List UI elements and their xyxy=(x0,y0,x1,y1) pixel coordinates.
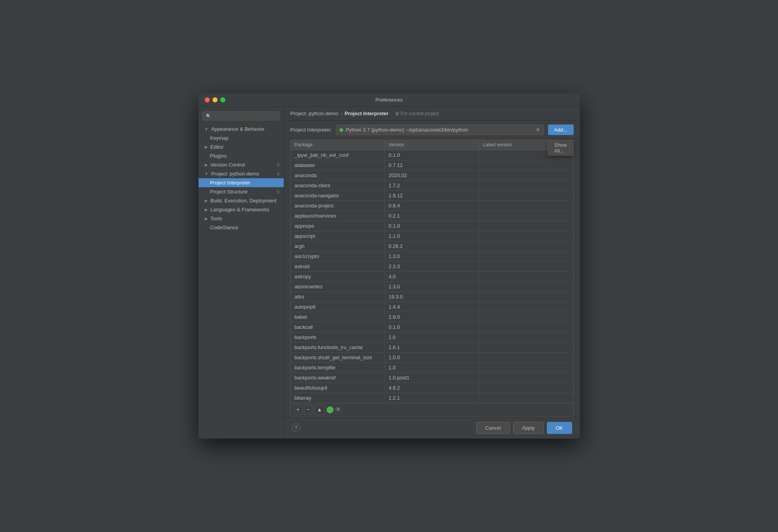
ok-button[interactable]: OK xyxy=(547,422,572,434)
table-row[interactable]: asn1crypto1.3.0 xyxy=(291,251,573,262)
package-version-cell: 0.8.4 xyxy=(385,201,479,211)
apply-button[interactable]: Apply xyxy=(513,422,544,434)
package-name-cell: astroid xyxy=(291,262,385,271)
package-version-cell: 1.6.1 xyxy=(385,342,479,352)
sidebar-item-label: Languages & Frameworks xyxy=(211,207,270,212)
right-panel: Project: python-demo › Project Interpret… xyxy=(284,107,580,439)
table-row[interactable]: beautifulsoup44.8.2 xyxy=(291,383,573,393)
package-name-cell: backports.shutil_get_terminal_size xyxy=(291,353,385,362)
remove-package-button[interactable]: − xyxy=(304,405,313,415)
package-version-cell: 4.0 xyxy=(385,272,479,281)
package-name-cell: backports.functools_lru_cache xyxy=(291,342,385,352)
package-name-cell: atomicwrites xyxy=(291,282,385,291)
sidebar-item-languages[interactable]: ▶ Languages & Frameworks xyxy=(198,205,284,214)
package-name-cell: attrs xyxy=(291,292,385,302)
preferences-dialog: Preferences 🔍 ▼ Appearance & Behavior Ke… xyxy=(198,93,580,439)
close-button[interactable] xyxy=(205,97,210,102)
sidebar-item-keymap[interactable]: Keymap xyxy=(198,133,284,142)
table-row[interactable]: babel2.8.0 xyxy=(291,312,573,322)
interpreter-dropdown[interactable]: Python 3.7 (python-demo) ~/opt/anaconda3… xyxy=(336,125,544,135)
search-box[interactable]: 🔍 xyxy=(202,111,280,121)
table-row[interactable]: anaconda-navigator1.9.12 xyxy=(291,191,573,201)
package-version-cell: 2.3.3 xyxy=(385,262,479,271)
package-version-cell: 1.4.4 xyxy=(385,302,479,312)
sidebar-item-project[interactable]: ▼ Project: python-demo ⎘ xyxy=(198,169,284,178)
package-latest-cell xyxy=(479,272,573,281)
table-row[interactable]: backports.functools_lru_cache1.6.1 xyxy=(291,342,573,353)
table-row[interactable]: backports1.0 xyxy=(291,332,573,342)
table-row[interactable]: attrs19.3.0 xyxy=(291,292,573,302)
table-row[interactable]: backports.weakref1.0.post1 xyxy=(291,373,573,383)
package-version-cell: 0.1.0 xyxy=(385,322,479,332)
package-name-cell: applaunchservices xyxy=(291,211,385,221)
table-row[interactable]: appscript1.1.0 xyxy=(291,231,573,241)
cancel-button[interactable]: Cancel xyxy=(476,422,510,434)
package-name-cell: argh xyxy=(291,241,385,251)
package-version-cell: 2020.02 xyxy=(385,170,479,180)
package-latest-cell xyxy=(479,353,573,362)
table-row[interactable]: anaconda2020.02 xyxy=(291,170,573,181)
package-name-cell: appscript xyxy=(291,231,385,241)
sidebar-item-label: Project Interpreter xyxy=(210,180,251,186)
eye-button[interactable]: 👁 xyxy=(335,406,341,413)
sidebar-item-build[interactable]: ▶ Build, Execution, Deployment xyxy=(198,196,284,205)
package-latest-cell xyxy=(479,342,573,352)
table-row[interactable]: applaunchservices0.2.1 xyxy=(291,211,573,221)
search-input[interactable] xyxy=(213,113,276,119)
expand-arrow-icon: ▶ xyxy=(205,216,208,221)
table-row[interactable]: anaconda-client1.7.2 xyxy=(291,181,573,191)
sidebar-item-label: Project Structure xyxy=(210,189,248,195)
sidebar-item-plugins[interactable]: Plugins xyxy=(198,151,284,160)
footer-left: ? xyxy=(292,423,300,432)
package-latest-cell xyxy=(479,211,573,221)
table-row[interactable]: appnope0.1.0 xyxy=(291,221,573,231)
search-icon: 🔍 xyxy=(206,114,211,119)
table-row[interactable]: backports.tempfile1.0 xyxy=(291,363,573,373)
sidebar-item-label: CodeGlance xyxy=(210,225,238,230)
package-name-cell: backports xyxy=(291,332,385,342)
table-row[interactable]: atomicwrites1.3.0 xyxy=(291,282,573,292)
table-row[interactable]: bitarray1.2.1 xyxy=(291,393,573,403)
sidebar-item-codeglance[interactable]: CodeGlance xyxy=(198,223,284,232)
add-package-button[interactable]: + xyxy=(294,405,302,415)
help-button[interactable]: ? xyxy=(292,423,300,432)
up-package-button[interactable]: ▲ xyxy=(314,405,325,415)
sidebar-item-label: Appearance & Behavior xyxy=(211,126,264,132)
add-button[interactable]: Add... xyxy=(548,125,574,135)
expand-arrow-icon: ▶ xyxy=(205,207,208,212)
table-row[interactable]: autopep81.4.4 xyxy=(291,302,573,312)
sidebar-item-label: Editor xyxy=(211,144,224,150)
show-all-button[interactable]: Show All... xyxy=(548,140,574,156)
sidebar-item-project-interpreter[interactable]: Project Interpreter ⎘ xyxy=(198,178,284,187)
sidebar-item-editor[interactable]: ▶ Editor xyxy=(198,142,284,151)
table-row[interactable]: argh0.26.2 xyxy=(291,241,573,251)
package-name-cell: astropy xyxy=(291,272,385,281)
table-row[interactable]: _ipyw_jlab_nb_ext_conf0.1.0 xyxy=(291,150,573,160)
dialog-footer: ? Cancel Apply OK xyxy=(284,417,580,439)
package-latest-cell xyxy=(479,302,573,312)
refresh-button[interactable] xyxy=(327,406,334,413)
breadcrumb-note-text: For current project xyxy=(400,111,439,116)
table-row[interactable]: alabaster0.7.12 xyxy=(291,160,573,170)
table-row[interactable]: backcall0.1.0 xyxy=(291,322,573,332)
breadcrumb: Project: python-demo › Project Interpret… xyxy=(284,107,580,121)
table-row[interactable]: astroid2.3.3 xyxy=(291,262,573,272)
package-version-cell: 2.8.0 xyxy=(385,312,479,322)
package-version-cell: 1.7.2 xyxy=(385,181,479,190)
packages-table: Package Version Latest version _ipyw_jla… xyxy=(290,139,574,417)
package-version-cell: 1.0 xyxy=(385,332,479,342)
sidebar-item-project-structure[interactable]: Project Structure ⎘ xyxy=(198,187,284,196)
table-row[interactable]: anaconda-project0.8.4 xyxy=(291,201,573,211)
table-row[interactable]: astropy4.0 xyxy=(291,272,573,282)
package-name-cell: bitarray xyxy=(291,393,385,403)
package-version-cell: 0.1.0 xyxy=(385,221,479,231)
copy-icon: ⎘ xyxy=(277,163,280,167)
minimize-button[interactable] xyxy=(213,97,218,102)
sidebar-item-version-control[interactable]: ▶ Version Control ⎘ xyxy=(198,160,284,169)
maximize-button[interactable] xyxy=(220,97,225,102)
table-row[interactable]: backports.shutil_get_terminal_size1.0.0 xyxy=(291,353,573,363)
package-name-cell: appnope xyxy=(291,221,385,231)
sidebar-item-appearance[interactable]: ▼ Appearance & Behavior xyxy=(198,125,284,133)
sidebar-item-tools[interactable]: ▶ Tools xyxy=(198,214,284,223)
package-version-cell: 1.9.12 xyxy=(385,191,479,200)
